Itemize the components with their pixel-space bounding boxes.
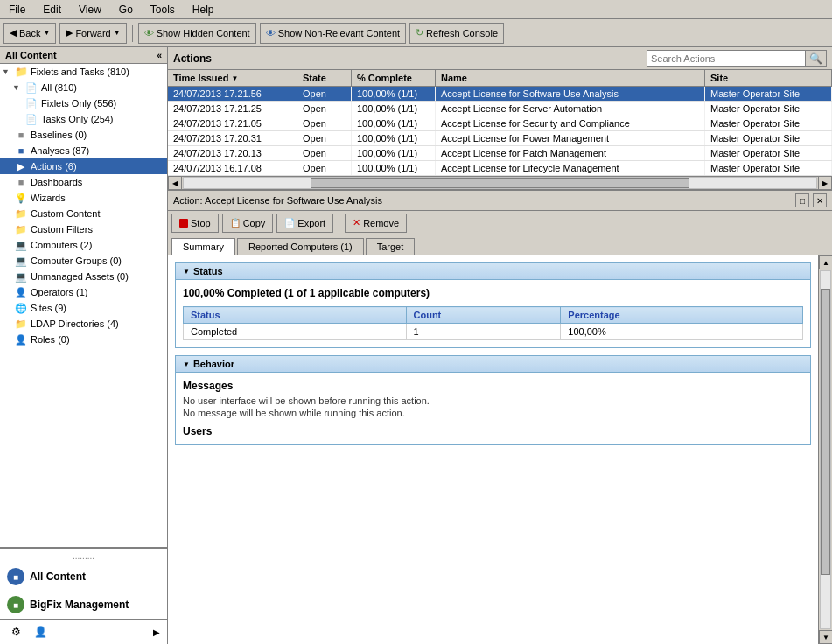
th-count: Count [406, 307, 561, 324]
sidebar-item-operators[interactable]: 👤 Operators (1) [0, 284, 167, 300]
sidebar-item-label: LDAP Directories (4) [31, 318, 119, 329]
scroll-down-button[interactable]: ▼ [819, 630, 832, 644]
table-row[interactable]: 24/07/2013 17.21.05 Open 100,00% (1/1) A… [168, 116, 832, 131]
tab-label: Reported Computers (1) [248, 242, 353, 252]
th-time-issued[interactable]: Time Issued ▼ [168, 70, 297, 86]
behavior-section-header: ▼ Behavior [176, 356, 810, 373]
table-row[interactable]: 24/07/2013 17.21.25 Open 100,00% (1/1) A… [168, 102, 832, 116]
td-name: Accept License for Server Automation [436, 102, 705, 116]
analysis-icon: ■ [14, 144, 28, 158]
td-site: Master Operator Site [705, 116, 832, 130]
refresh-button[interactable]: ↻ Refresh Console [409, 23, 504, 44]
sidebar-item-analyses[interactable]: ■ Analyses (87) [0, 143, 167, 158]
refresh-label: Refresh Console [426, 28, 498, 38]
horizontal-scrollbar[interactable]: ◀ ▶ [168, 176, 832, 190]
bigfix-management-button[interactable]: ■ BigFix Management [0, 591, 167, 619]
stop-button[interactable]: Stop [171, 214, 219, 233]
sidebar-item-custom-filters[interactable]: 📁 Custom Filters [0, 221, 167, 237]
show-hidden-button[interactable]: 👁 Show Hidden Content [138, 23, 256, 44]
menu-go[interactable]: Go [114, 2, 138, 18]
maximize-icon[interactable]: □ [795, 193, 809, 207]
scroll-left-button[interactable]: ◀ [168, 176, 182, 190]
forward-arrow-icon: ▼ [114, 29, 121, 37]
th-label: Name [441, 73, 467, 83]
status-table: Status Count Percentage Completed 1 100,… [183, 306, 803, 340]
scroll-up-button[interactable]: ▲ [819, 256, 832, 270]
td-name: Accept License for Patch Management [436, 146, 705, 160]
menu-help[interactable]: Help [187, 2, 220, 18]
status-section-body: 100,00% Completed (1 of 1 applicable com… [176, 280, 810, 347]
scroll-track[interactable] [183, 177, 817, 189]
th-status: Status [184, 307, 407, 324]
sidebar-item-computer-groups[interactable]: 💻 Computer Groups (0) [0, 253, 167, 269]
search-input[interactable] [647, 52, 805, 65]
table-row[interactable]: 24/07/2013 17.20.31 Open 100,00% (1/1) A… [168, 131, 832, 146]
forward-button[interactable]: ▶ Forward ▼ [59, 23, 126, 44]
th-state[interactable]: State [297, 70, 352, 86]
gear-icon[interactable]: ⚙ [7, 623, 24, 640]
sidebar-item-unmanaged-assets[interactable]: 💻 Unmanaged Assets (0) [0, 269, 167, 284]
remove-icon: ✕ [353, 217, 360, 228]
sidebar-item-dashboards[interactable]: ■ Dashboards [0, 174, 167, 190]
td-state: Open [297, 116, 352, 130]
export-button[interactable]: 📄 Export [276, 214, 333, 233]
scroll-right-button[interactable]: ▶ [818, 176, 832, 190]
td-complete: 100,00% (1/1) [352, 87, 436, 101]
tab-label: Target [377, 242, 404, 252]
table-row[interactable]: 24/07/2013 16.17.08 Open 100,00% (1/1) A… [168, 161, 832, 176]
sidebar-item-wizards[interactable]: 💡 Wizards [0, 190, 167, 206]
sidebar-item-label: Actions (6) [31, 161, 77, 172]
sidebar-item-label: Baselines (0) [31, 130, 87, 140]
table-row[interactable]: 24/07/2013 17.21.56 Open 100,00% (1/1) A… [168, 87, 832, 102]
sidebar-item-tasks-only[interactable]: 📄 Tasks Only (254) [0, 111, 167, 127]
sidebar-item-actions[interactable]: ▶ Actions (6) [0, 158, 167, 174]
close-detail-icon[interactable]: ✕ [813, 193, 827, 207]
fixlet-icon: 📄 [24, 80, 38, 94]
status-section-header: ▼ Status [176, 263, 810, 280]
menu-tools[interactable]: Tools [145, 2, 180, 18]
remove-button[interactable]: ✕ Remove [345, 214, 407, 233]
back-button[interactable]: ◀ Back ▼ [3, 23, 56, 44]
sidebar-item-roles[interactable]: 👤 Roles (0) [0, 332, 167, 347]
th-complete[interactable]: % Complete [352, 70, 436, 86]
td-state: Open [297, 146, 352, 160]
message-1: No user interface will be shown before r… [183, 396, 803, 406]
sidebar-item-ldap[interactable]: 📁 LDAP Directories (4) [0, 316, 167, 332]
search-icon[interactable]: 🔍 [805, 51, 826, 66]
tab-target[interactable]: Target [366, 238, 416, 255]
collapse-panel-button[interactable]: « [157, 51, 162, 60]
show-nonrelevant-button[interactable]: 👁 Show Non-Relevant Content [260, 23, 406, 44]
tab-summary[interactable]: Summary [171, 238, 235, 256]
tab-reported-computers[interactable]: Reported Computers (1) [237, 238, 364, 255]
vertical-scrollbar[interactable]: ▲ ▼ [818, 256, 832, 644]
person-icon[interactable]: 👤 [31, 623, 49, 640]
table-row[interactable]: 24/07/2013 17.20.13 Open 100,00% (1/1) A… [168, 146, 832, 161]
scroll-thumb[interactable] [821, 289, 830, 574]
td-complete: 100,00% (1/1) [352, 161, 436, 175]
scroll-track[interactable] [820, 270, 831, 629]
sidebar-item-sites[interactable]: 🌐 Sites (9) [0, 300, 167, 316]
td-name: Accept License for Lifecycle Management [436, 161, 705, 175]
th-site[interactable]: Site [705, 70, 832, 86]
expand-icon: ▼ [12, 83, 24, 92]
action-toolbar: Stop 📋 Copy 📄 Export ✕ Remove [168, 211, 832, 235]
td-state: Open [297, 161, 352, 175]
copy-button[interactable]: 📋 Copy [222, 214, 274, 233]
all-content-button[interactable]: ■ All Content [0, 563, 167, 591]
folder-icon: 📁 [14, 65, 28, 79]
menu-file[interactable]: File [3, 2, 31, 18]
detail-header: Action: Accept License for Software Use … [168, 190, 832, 211]
sidebar-item-all[interactable]: ▼ 📄 All (810) [0, 80, 167, 95]
sidebar-item-baselines[interactable]: ■ Baselines (0) [0, 127, 167, 143]
sidebar-item-fixlets-only[interactable]: 📄 Fixlets Only (556) [0, 95, 167, 111]
th-name[interactable]: Name [436, 70, 705, 86]
menu-view[interactable]: View [73, 2, 107, 18]
menu-edit[interactable]: Edit [38, 2, 66, 18]
sidebar-item-computers[interactable]: 💻 Computers (2) [0, 237, 167, 253]
expand-bottom-button[interactable]: ▶ [153, 627, 160, 637]
th-label: Time Issued [173, 73, 228, 83]
sidebar-item-fixlets-tasks[interactable]: ▼ 📁 Fixlets and Tasks (810) [0, 64, 167, 80]
scroll-thumb[interactable] [311, 178, 690, 188]
sidebar-item-custom-content[interactable]: 📁 Custom Content [0, 206, 167, 221]
users-title: Users [183, 425, 803, 438]
